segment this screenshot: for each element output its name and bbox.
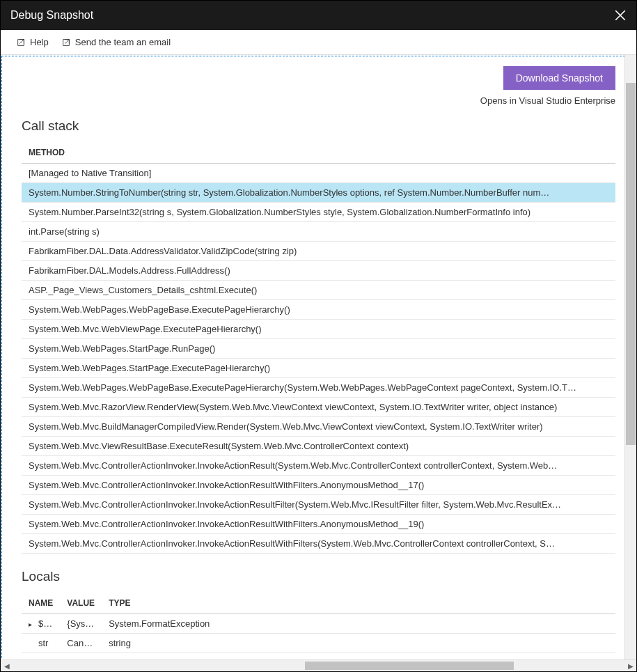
callstack-method-cell: System.Web.WebPages.StartPage.RunPage(): [22, 339, 615, 359]
callstack-row[interactable]: System.Web.Mvc.ControllerActionInvoker.I…: [22, 456, 615, 476]
scroll-right-arrow[interactable]: ▶: [624, 660, 636, 672]
callstack-row[interactable]: [Managed to Native Transition]: [22, 164, 615, 183]
callstack-row[interactable]: ASP._Page_Views_Customers_Details_cshtml…: [22, 281, 615, 300]
horizontal-scrollbar-track[interactable]: [13, 660, 624, 671]
callstack-method-cell: System.Web.Mvc.ControllerActionInvoker.I…: [22, 476, 615, 495]
callstack-method-cell: System.Web.Mvc.WebViewPage.ExecutePageHi…: [22, 320, 615, 339]
callstack-method-cell: [Managed to Native Transition]: [22, 164, 615, 183]
callstack-row[interactable]: System.Web.WebPages.StartPage.ExecutePag…: [22, 359, 615, 378]
locals-name-cell: str: [22, 634, 60, 653]
callstack-row[interactable]: System.Web.WebPages.WebPageBase.ExecuteP…: [22, 300, 615, 320]
debug-snapshot-window: Debug Snapshot Help Send the team an ema…: [0, 0, 637, 672]
callstack-row[interactable]: System.Web.Mvc.RazorView.RenderView(Syst…: [22, 398, 615, 417]
close-button[interactable]: [614, 9, 627, 22]
callstack-row[interactable]: System.Number.ParseInt32(string s, Syste…: [22, 203, 615, 222]
callstack-method-cell: System.Web.WebPages.WebPageBase.ExecuteP…: [22, 300, 615, 320]
locals-header-value[interactable]: VALUE: [60, 593, 102, 614]
email-label: Send the team an email: [75, 37, 171, 47]
callstack-method-cell: FabrikamFiber.DAL.Data.AddressValidator.…: [22, 242, 615, 261]
callstack-row[interactable]: System.Web.Mvc.BuildManagerCompiledView.…: [22, 417, 615, 437]
callstack-method-cell: System.Web.Mvc.ControllerActionInvoker.I…: [22, 495, 615, 515]
callstack-method-cell: System.Web.Mvc.BuildManagerCompiledView.…: [22, 417, 615, 437]
locals-value-cell: Cannot obtain value of the local variabl…: [60, 634, 102, 653]
callstack-row[interactable]: FabrikamFiber.DAL.Data.AddressValidator.…: [22, 242, 615, 261]
callstack-row[interactable]: System.Web.Mvc.WebViewPage.ExecutePageHi…: [22, 320, 615, 339]
callstack-title: Call stack: [22, 118, 615, 134]
opens-in-label: Opens in Visual Studio Enterprise: [480, 95, 615, 106]
callstack-row[interactable]: System.Web.Mvc.ViewResultBase.ExecuteRes…: [22, 437, 615, 456]
horizontal-scrollbar-thumb[interactable]: [305, 662, 514, 670]
callstack-method-cell: System.Web.Mvc.ControllerActionInvoker.I…: [22, 534, 615, 554]
locals-row[interactable]: strCannot obtain value of the local vari…: [22, 634, 615, 653]
callstack-row[interactable]: System.Web.Mvc.ControllerActionInvoker.I…: [22, 534, 615, 554]
toolbar: Help Send the team an email: [1, 30, 636, 55]
download-snapshot-button[interactable]: Download Snapshot: [503, 66, 615, 90]
callstack-row[interactable]: FabrikamFiber.DAL.Models.Address.FullAdd…: [22, 261, 615, 281]
locals-header-name[interactable]: NAME: [22, 593, 60, 614]
callstack-method-cell: System.Web.Mvc.RazorView.RenderView(Syst…: [22, 398, 615, 417]
external-link-icon: [61, 38, 71, 47]
selection-frame: Download Snapshot Opens in Visual Studio…: [1, 56, 636, 671]
callstack-row[interactable]: System.Web.WebPages.StartPage.RunPage(): [22, 339, 615, 359]
callstack-row[interactable]: System.Web.Mvc.ControllerActionInvoker.I…: [22, 495, 615, 515]
callstack-row[interactable]: System.Web.WebPages.WebPageBase.ExecuteP…: [22, 378, 615, 398]
window-title: Debug Snapshot: [10, 9, 614, 22]
callstack-method-cell: System.Web.WebPages.WebPageBase.ExecuteP…: [22, 378, 615, 398]
help-link[interactable]: Help: [16, 37, 49, 47]
locals-header-type[interactable]: TYPE: [102, 593, 615, 614]
locals-title: Locals: [22, 569, 615, 584]
callstack-row[interactable]: int.Parse(string s): [22, 222, 615, 242]
top-actions: Download Snapshot Opens in Visual Studio…: [22, 66, 615, 106]
callstack-row[interactable]: System.Web.Mvc.ControllerActionInvoker.I…: [22, 515, 615, 534]
locals-name-cell: ▸$exception: [22, 614, 60, 634]
callstack-method-cell: System.Web.Mvc.ControllerActionInvoker.I…: [22, 456, 615, 476]
locals-value-cell: {System.FormatException: Input string wa…: [60, 614, 102, 634]
vertical-scrollbar[interactable]: [624, 55, 636, 659]
callstack-method-cell: System.Web.Mvc.ViewResultBase.ExecuteRes…: [22, 437, 615, 456]
callstack-method-cell: System.Web.Mvc.ControllerActionInvoker.I…: [22, 515, 615, 534]
callstack-method-cell: System.Number.ParseInt32(string s, Syste…: [22, 203, 615, 222]
expand-icon[interactable]: ▸: [29, 620, 36, 628]
close-icon: [614, 9, 627, 22]
callstack-row[interactable]: System.Number.StringToNumber(string str,…: [22, 183, 615, 203]
scroll-left-arrow[interactable]: ◀: [1, 660, 13, 672]
callstack-header-method[interactable]: METHOD: [22, 142, 615, 164]
callstack-method-cell: int.Parse(string s): [22, 222, 615, 242]
locals-type-cell: System.FormatException: [102, 614, 615, 634]
callstack-method-cell: FabrikamFiber.DAL.Models.Address.FullAdd…: [22, 261, 615, 281]
vertical-scrollbar-thumb[interactable]: [626, 83, 636, 445]
callstack-table: METHOD [Managed to Native Transition]Sys…: [22, 142, 615, 554]
locals-type-cell: string: [102, 634, 615, 653]
email-link[interactable]: Send the team an email: [61, 37, 171, 47]
help-label: Help: [30, 37, 49, 47]
external-link-icon: [16, 38, 26, 47]
callstack-method-cell: ASP._Page_Views_Customers_Details_cshtml…: [22, 281, 615, 300]
locals-row[interactable]: ▸$exception{System.FormatException: Inpu…: [22, 614, 615, 634]
callstack-method-cell: System.Web.WebPages.StartPage.ExecutePag…: [22, 359, 615, 378]
callstack-row[interactable]: System.Web.Mvc.ControllerActionInvoker.I…: [22, 476, 615, 495]
titlebar: Debug Snapshot: [1, 1, 636, 30]
callstack-method-cell: System.Number.StringToNumber(string str,…: [22, 183, 615, 203]
horizontal-scrollbar[interactable]: ◀ ▶: [1, 659, 636, 671]
content-area: Download Snapshot Opens in Visual Studio…: [1, 55, 636, 671]
